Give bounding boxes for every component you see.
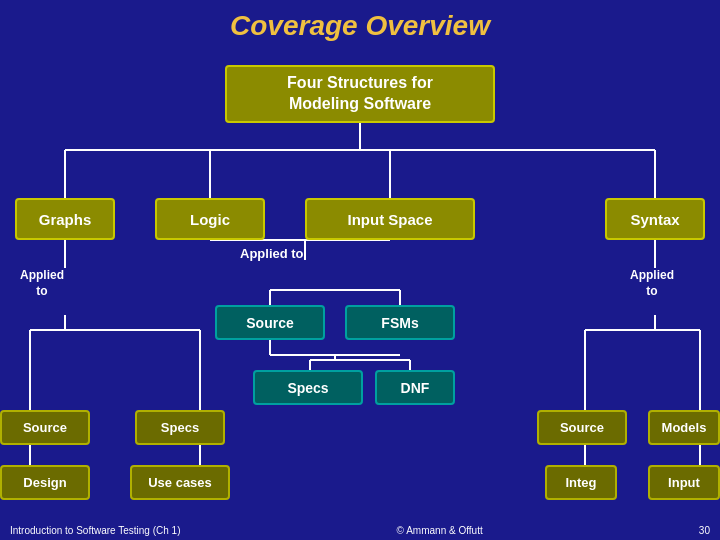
applied-to-syntax-label: Applied to: [630, 268, 674, 299]
footer-right: 30: [699, 525, 710, 536]
input-space-box: Input Space: [305, 198, 475, 240]
footer-center: © Ammann & Offutt: [397, 525, 483, 536]
source-right-box: Source: [537, 410, 627, 445]
graphs-box: Graphs: [15, 198, 115, 240]
integ-box: Integ: [545, 465, 617, 500]
fsms-box: FSMs: [345, 305, 455, 340]
specs-mid-box: Specs: [253, 370, 363, 405]
syntax-box: Syntax: [605, 198, 705, 240]
input-right-box: Input: [648, 465, 720, 500]
design-box: Design: [0, 465, 90, 500]
models-box: Models: [648, 410, 720, 445]
footer: Introduction to Software Testing (Ch 1) …: [0, 521, 720, 540]
top-box: Four Structures for Modeling Software: [225, 65, 495, 123]
source-left-box: Source: [0, 410, 90, 445]
applied-to-graphs-label: Applied to: [20, 268, 64, 299]
logic-box: Logic: [155, 198, 265, 240]
use-cases-box: Use cases: [130, 465, 230, 500]
footer-left: Introduction to Software Testing (Ch 1): [10, 525, 180, 536]
applied-to-center-label: Applied to: [240, 246, 304, 261]
dnf-box: DNF: [375, 370, 455, 405]
page-title: Coverage Overview: [0, 0, 720, 50]
source-mid-box: Source: [215, 305, 325, 340]
specs-left-box: Specs: [135, 410, 225, 445]
